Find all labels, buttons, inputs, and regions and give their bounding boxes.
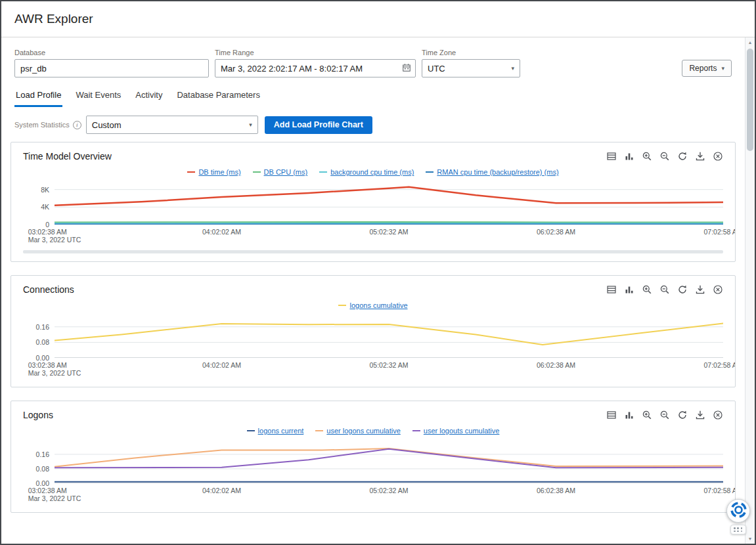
filter-bar: Database Time Range <box>1 38 745 77</box>
series-line <box>55 448 723 467</box>
data-table-icon[interactable] <box>606 151 617 162</box>
add-load-profile-chart-button[interactable]: Add Load Profile Chart <box>265 116 372 134</box>
data-table-icon[interactable] <box>606 284 617 295</box>
legend-swatch <box>253 171 261 173</box>
zoom-out-icon[interactable] <box>659 410 670 420</box>
time-range-input[interactable] <box>215 59 416 77</box>
legend-series-link[interactable]: DB CPU (ms) <box>264 168 308 176</box>
tab-load-profile[interactable]: Load Profile <box>14 87 62 107</box>
tab-database-parameters[interactable]: Database Parameters <box>175 87 261 107</box>
panel-header: Logons <box>23 410 723 420</box>
x-axis-label: 04:02:02 AM <box>202 228 241 236</box>
series-line <box>55 222 723 223</box>
chart-body: 0.000.080.16 <box>23 443 723 483</box>
system-statistics-label-group: System Statistics i <box>14 121 81 129</box>
x-axis-label: 03:02:38 AMMar 3, 2022 UTC <box>28 361 81 377</box>
scroll-up-icon[interactable]: ▲ <box>745 37 755 47</box>
download-icon[interactable] <box>695 151 705 162</box>
chart-title: Connections <box>23 284 74 295</box>
y-axis: 0.000.080.16 <box>23 317 55 358</box>
legend-item[interactable]: user logons cumulative <box>315 427 401 435</box>
legend-swatch <box>247 430 255 432</box>
download-icon[interactable] <box>695 410 705 420</box>
chart-legend: logons cumulative <box>23 301 723 309</box>
y-axis: 0.000.080.16 <box>23 443 55 483</box>
scrollbar-thumb[interactable] <box>747 49 753 151</box>
calendar-icon[interactable] <box>402 63 411 75</box>
chart-legend: DB time (ms)DB CPU (ms)background cpu ti… <box>23 168 723 176</box>
statistic-select[interactable]: Custom ▾ <box>86 116 258 134</box>
time-range-label: Time Range <box>215 49 416 56</box>
legend-swatch <box>426 171 434 173</box>
chevron-down-icon: ▾ <box>511 66 514 72</box>
database-label: Database <box>14 49 209 56</box>
legend-series-link[interactable]: user logouts cumulative <box>424 427 500 435</box>
life-ring-icon <box>730 501 747 521</box>
remove-chart-icon[interactable] <box>713 410 723 420</box>
y-axis-label: 0.16 <box>36 450 49 458</box>
awr-explorer-window: AWR Explorer Database Time Range <box>0 0 756 545</box>
legend-series-link[interactable]: DB time (ms) <box>198 168 240 176</box>
remove-chart-icon[interactable] <box>713 284 723 295</box>
x-axis-label: 03:02:38 AMMar 3, 2022 UTC <box>28 487 81 502</box>
x-scrollbar[interactable] <box>23 250 723 253</box>
zoom-in-icon[interactable] <box>642 151 652 162</box>
legend-item[interactable]: RMAN cpu time (backup/restore) (ms) <box>426 168 558 176</box>
zoom-out-icon[interactable] <box>659 151 670 162</box>
page-title: AWR Explorer <box>14 12 93 26</box>
legend-swatch <box>412 430 420 432</box>
x-axis-label: 07:02:58 AM <box>704 487 736 494</box>
zoom-in-icon[interactable] <box>642 410 652 420</box>
info-icon[interactable]: i <box>73 121 81 129</box>
time-zone-label: Time Zone <box>422 49 520 56</box>
x-axis-label: 05:02:32 AM <box>370 228 409 236</box>
legend-item[interactable]: background cpu time (ms) <box>319 168 414 176</box>
y-axis-label: 0.16 <box>36 323 49 331</box>
reset-zoom-icon[interactable] <box>677 151 688 162</box>
chart-title: Time Model Overview <box>23 151 112 162</box>
bar-chart-icon[interactable] <box>624 151 634 162</box>
help-button[interactable] <box>726 499 750 523</box>
remove-chart-icon[interactable] <box>713 151 723 162</box>
bar-chart-icon[interactable] <box>624 284 634 295</box>
chart-body: 04K8K <box>23 184 723 225</box>
legend-series-link[interactable]: logons current <box>258 427 304 435</box>
legend-item[interactable]: logons cumulative <box>338 301 407 309</box>
download-icon[interactable] <box>695 284 705 295</box>
legend-series-link[interactable]: background cpu time (ms) <box>330 168 414 176</box>
legend-series-link[interactable]: user logons cumulative <box>326 427 401 435</box>
vertical-scrollbar[interactable]: ▲ ▼ <box>745 37 755 544</box>
chart-panel-connections: Connections logons cumulative 0.000.080.… <box>11 275 736 387</box>
legend-item[interactable]: user logouts cumulative <box>412 427 500 435</box>
scroll-down-icon[interactable]: ▼ <box>745 534 755 544</box>
plot-area <box>55 443 723 483</box>
zoom-out-icon[interactable] <box>659 284 670 295</box>
panel-header: Time Model Overview <box>23 151 723 162</box>
tab-bar: Load Profile Wait Events Activity Databa… <box>1 87 745 107</box>
legend-series-link[interactable]: RMAN cpu time (backup/restore) (ms) <box>437 168 558 176</box>
drag-dots-icon[interactable] <box>730 525 746 534</box>
x-axis-label: 04:02:02 AM <box>202 487 241 494</box>
tab-activity[interactable]: Activity <box>134 87 164 107</box>
plot-area <box>55 184 723 225</box>
chart-toolbar <box>606 151 723 162</box>
reset-zoom-icon[interactable] <box>677 284 688 295</box>
legend-item[interactable]: DB CPU (ms) <box>253 168 308 176</box>
data-table-icon[interactable] <box>606 410 617 420</box>
database-input[interactable] <box>14 59 209 77</box>
panel-header: Connections <box>23 284 723 295</box>
reset-zoom-icon[interactable] <box>677 410 688 420</box>
legend-item[interactable]: logons current <box>247 427 304 435</box>
bar-chart-icon[interactable] <box>624 410 634 420</box>
x-axis-label: 07:02:58 AM <box>704 361 736 369</box>
y-axis-label: 8K <box>41 186 49 194</box>
legend-series-link[interactable]: logons cumulative <box>349 301 407 309</box>
time-zone-select[interactable]: UTC ▾ <box>422 59 520 77</box>
legend-item[interactable]: DB time (ms) <box>187 168 240 176</box>
zoom-in-icon[interactable] <box>642 284 652 295</box>
chart-panel-logons: Logons logons currentuser logons cumulat… <box>11 401 736 513</box>
tab-wait-events[interactable]: Wait Events <box>74 87 122 107</box>
x-axis-label: 06:02:38 AM <box>537 228 575 236</box>
reports-button[interactable]: Reports ▾ <box>682 60 732 77</box>
help-widget <box>725 499 751 534</box>
